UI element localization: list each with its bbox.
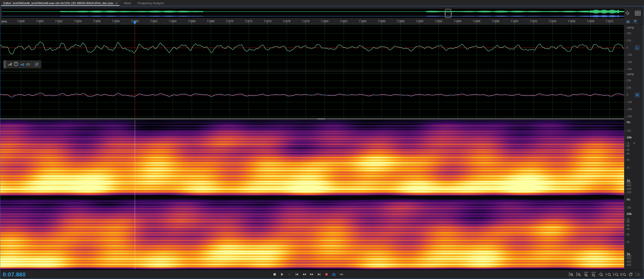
zoom-in-amplitude-button[interactable] — [568, 272, 574, 277]
transport-pause-button — [287, 272, 292, 277]
zoom-in-point-button[interactable] — [605, 272, 611, 277]
gain-hud[interactable]: +0 dB — [3, 60, 42, 68]
spectrogram-left-channel-canvas[interactable] — [0, 120, 624, 196]
frequency-scale-tick: 400 — [627, 260, 631, 263]
frequency-scale-tick: 5k — [627, 148, 630, 152]
playhead-line-waveform — [135, 25, 135, 118]
frequency-scale-tick: 600 — [627, 184, 631, 187]
splitter-grip[interactable] — [317, 118, 325, 119]
transport-move-playhead-button[interactable] — [339, 272, 344, 277]
transport-skip-back-button[interactable] — [294, 272, 300, 277]
ruler-tick-label: 7,896 — [473, 20, 480, 23]
ruler-tick-label: 7,908 — [587, 20, 594, 23]
mixer-tab-label: Mixer — [124, 2, 131, 5]
transport-record-button[interactable] — [324, 272, 329, 277]
frequency-scale-tick: 10k — [627, 212, 632, 215]
waveform-left-channel-canvas[interactable] — [0, 25, 624, 71]
ruler-tick-label: 7,856 — [93, 20, 101, 23]
ruler-tick-label: 7,872 — [245, 20, 253, 23]
overview-viewport-box[interactable] — [445, 9, 451, 18]
ruler-tick-label: 7,898 — [492, 20, 500, 23]
frequency-scale-tick: 2k — [627, 240, 630, 244]
frequency-scale-tick: 3k — [627, 233, 630, 236]
frequency-scale-tick: 5k — [627, 224, 630, 227]
frequency-scale-tick: 600 — [627, 257, 631, 260]
tab-editor[interactable]: Editor: testISM2a48_testISM2a48.wav-cbr-… — [0, 0, 121, 6]
ruler-unit-label: hms — [2, 20, 7, 23]
ruler-tick-label: 7,858 — [112, 20, 120, 23]
amplitude-scale-tick: -10k — [627, 53, 632, 56]
viewport-right-handle[interactable] — [451, 13, 452, 15]
ruler-tick-label: 7,874 — [264, 20, 272, 23]
playhead-line-spectrogram — [135, 120, 135, 269]
zoom-out-amplitude-button[interactable] — [576, 272, 582, 277]
ruler-tick-label: 7,902 — [530, 20, 538, 23]
ruler-tick-label: 7,866 — [188, 20, 196, 23]
ruler-tick-label: 7,894 — [454, 20, 462, 23]
amplitude-scale-tick: 20k — [627, 32, 631, 35]
gain-unit-label: dB — [26, 62, 30, 66]
marker-pin-icon[interactable] — [632, 19, 638, 24]
active-tab-underline — [1, 5, 120, 6]
ruler-tick-label: 7,850 — [36, 20, 44, 23]
tab-frequency-analysis[interactable]: Frequency Analysis — [134, 0, 167, 6]
snap-magnet-icon[interactable] — [625, 19, 631, 24]
time-ruler[interactable]: hms 7,8487,8507,8527,8547,8567,8587,8607… — [0, 18, 624, 25]
zoom-out-point-button[interactable] — [613, 272, 618, 277]
zoom-in-time-button[interactable] — [583, 272, 589, 277]
editor-tab-label: Editor: testISM2a48_testISM2a48.wav-cbr-… — [3, 2, 113, 5]
ruler-tick-label: 7,854 — [74, 20, 82, 23]
amplitude-scale-tick: -10k — [627, 100, 632, 104]
panel-menu-icon[interactable]: ≡ — [116, 2, 118, 5]
ruler-tick-label: 7,906 — [568, 20, 576, 23]
tab-mixer[interactable]: Mixer — [121, 0, 134, 6]
ruler-tick-label: 7,870 — [226, 20, 234, 23]
amplitude-scale-tick: -30k — [627, 68, 632, 71]
hud-pin-button[interactable] — [34, 62, 39, 67]
ruler-tick-label: 7,848 — [17, 20, 25, 23]
ruler-tick-label: 7,884 — [359, 20, 366, 23]
spectrogram-right-channel-canvas[interactable] — [0, 198, 624, 269]
amplitude-scale-tick: 10k — [627, 39, 631, 42]
gain-knob-icon[interactable] — [14, 62, 18, 67]
channel-badge-r[interactable]: R — [635, 93, 640, 97]
amplitude-scale-tick: 20k — [627, 79, 631, 82]
hud-drag-handle[interactable] — [4, 60, 6, 68]
panel-list-menu-icon[interactable] — [635, 10, 641, 16]
frequency-scale-tick: 10k — [627, 136, 632, 139]
overview-zoom-reset-icon[interactable] — [624, 10, 630, 16]
ruler-tick-label: 7,888 — [397, 20, 404, 23]
frequency-scale-tick: 6k — [627, 220, 630, 223]
transport-skip-forward-button[interactable] — [316, 272, 322, 277]
gain-value[interactable]: +0 — [20, 62, 24, 66]
scale-collapse-icon[interactable]: ▾ — [634, 142, 635, 145]
frequency-scale-tick: 15k — [627, 129, 631, 132]
channel-badge-l[interactable]: L — [635, 46, 640, 50]
transport-rewind-button[interactable] — [302, 272, 307, 277]
zoom-amplitude-selection-button — [635, 272, 641, 277]
zoom-out-time-button[interactable] — [590, 272, 596, 277]
playhead-ruler-handle[interactable] — [133, 21, 136, 26]
vertical-scrollbar[interactable] — [642, 25, 644, 270]
ruler-tick-label: 7,878 — [302, 20, 310, 23]
ruler-tick-label: 7,880 — [321, 20, 328, 23]
zoom-selection-button[interactable] — [620, 272, 626, 277]
transport-play-button[interactable] — [280, 272, 284, 277]
transport-loop-button[interactable] — [332, 272, 336, 277]
viewport-left-handle[interactable] — [444, 13, 445, 15]
timer-record-button[interactable] — [628, 272, 633, 277]
ruler-tick-label: 7,904 — [549, 20, 556, 23]
frequency-scale-unit: Hz — [627, 198, 630, 201]
selection-start-time: 0:07.860 — [3, 271, 26, 278]
transport-stop-button[interactable] — [272, 272, 277, 277]
view-splitter[interactable] — [0, 118, 624, 120]
frequency-scale-tick: 6k — [627, 144, 630, 148]
ruler-tick-label: 7,890 — [416, 20, 424, 23]
waveform-right-channel-canvas[interactable] — [0, 71, 624, 118]
ruler-tick-label: 7,892 — [435, 20, 442, 23]
overview-navigation-bar[interactable] — [2, 9, 624, 18]
ruler-corner-toolbar — [624, 18, 644, 25]
frequency-scale-tick: 3k — [627, 158, 630, 162]
zoom-reset-button[interactable] — [598, 272, 604, 277]
transport-fast-forward-button[interactable] — [309, 272, 314, 277]
